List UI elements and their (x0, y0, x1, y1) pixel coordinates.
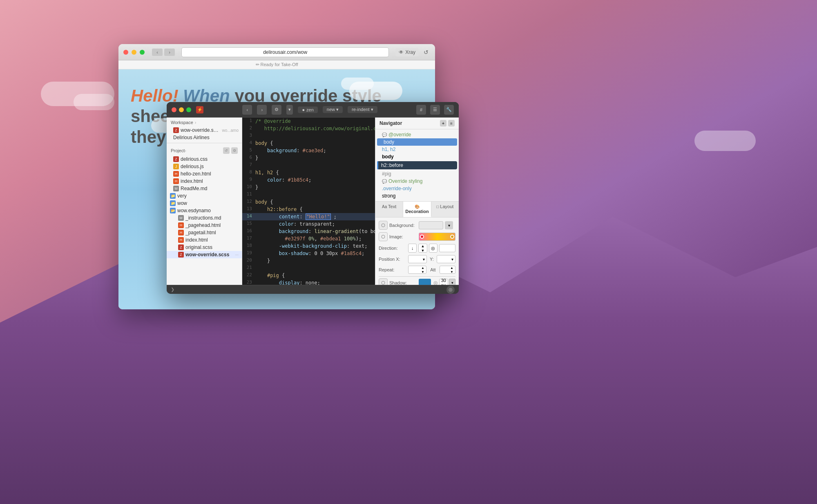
nav-item-body-2[interactable]: body (375, 153, 459, 160)
sidebar-item-pagehead[interactable]: H _pagehead.html (167, 222, 242, 229)
code-line-17: 17 #e3297f 0%, #ebdea1 100%); (242, 235, 375, 242)
tab-decoration[interactable]: 🎨 Decoration (403, 202, 431, 217)
nav-item-strong[interactable]: strong (375, 192, 459, 200)
workspace-arrow: › (195, 120, 196, 125)
editor-new-tab[interactable]: new ▾ (323, 106, 343, 113)
browser-address-bar[interactable]: delirousair.com/wow (181, 47, 389, 57)
editor-menu-btn[interactable]: ☰ (430, 105, 440, 115)
tab-layout-label: Layout (440, 204, 453, 209)
browser-cloud-2 (341, 78, 374, 90)
shadow-size-unit-btn[interactable]: ▾ (449, 279, 455, 285)
direction-btn-angle[interactable]: ◎ (429, 244, 438, 253)
direction-btn-down[interactable]: ↓ (408, 244, 417, 253)
eye-icon: 👁 (399, 49, 404, 55)
repeat-select[interactable]: ▲▼ (408, 266, 426, 274)
editor-status-bar: ❯ ◎ (167, 285, 459, 294)
editor-settings-btn[interactable]: ⚙ (272, 105, 281, 115)
project-header: Project › ↺ ⚙ (167, 145, 242, 155)
editor-minimize-btn[interactable] (179, 107, 184, 112)
editor-tools-btn[interactable]: 🔧 (444, 105, 454, 115)
tab-layout[interactable]: □ Layout (431, 202, 459, 217)
att-select[interactable]: ▲▼ (440, 266, 455, 274)
editor-hash-btn[interactable]: # (416, 105, 426, 115)
sidebar-item-hello-zen[interactable]: H hello-zen.html (167, 170, 242, 178)
repeat-label: Repeat: (379, 267, 406, 272)
prop-checkbox-shadow[interactable] (379, 278, 388, 285)
editor-reindent-tab[interactable]: re-indent ▾ (348, 106, 377, 113)
project-sync-btn[interactable]: ↺ (223, 147, 230, 154)
html-icon-2: H (173, 178, 179, 184)
att-stepper[interactable]: ▲▼ (450, 266, 453, 274)
editor-zen-tab[interactable]: ● zen (298, 107, 317, 113)
editor-close-btn[interactable] (172, 107, 176, 112)
editor-nav-forward[interactable]: › (257, 105, 267, 115)
browser-xray-btn[interactable]: 👁 Xray (395, 48, 419, 56)
nav-item-body-1[interactable]: body (377, 138, 457, 146)
navigator-add-btn[interactable]: + (440, 120, 446, 127)
code-editor[interactable]: 1 /* @override 2 http://deliriousair.com… (242, 118, 375, 285)
sidebar-item-index2[interactable]: H index.html (167, 236, 242, 244)
sidebar-item-airlines[interactable]: Delirious Airlines (167, 134, 242, 141)
browser-refresh-btn[interactable]: ↺ (422, 48, 430, 56)
sidebar-item-wow-override[interactable]: Z wow-override.scss wo...amo (167, 127, 242, 134)
sidebar-item-delirious-js[interactable]: J delirious.js (167, 163, 242, 170)
code-line-23: 23 display: none; (242, 279, 375, 285)
browser-back-btn[interactable]: ‹ (152, 49, 163, 56)
sidebar-folder-wow-esdynamo[interactable]: 📂 wow.esdynamo (167, 207, 242, 214)
sidebar-item-original-scss[interactable]: Z original.scss (167, 244, 242, 251)
editor-nav-back[interactable]: ‹ (242, 105, 252, 115)
sidebar-item-readme[interactable]: M ReadMe.md (167, 185, 242, 192)
status-circle-btn[interactable]: ◎ (446, 286, 455, 294)
gradient-handle-left[interactable] (420, 235, 424, 239)
position-x-select[interactable]: ▾ (408, 255, 427, 263)
prop-checkbox-img[interactable] (379, 232, 388, 241)
browser-close-btn[interactable] (123, 50, 128, 55)
shadow-size-field[interactable]: 30 px (439, 279, 448, 285)
nav-item-override-comment[interactable]: 💬 @override (375, 131, 459, 138)
code-line-2: 2 http://deliriousair.com/wow/original.c… (242, 125, 375, 132)
sidebar-item-delirious-css[interactable]: Z delirious.css (167, 155, 242, 163)
navigator-toggle-btn[interactable]: ≡ (448, 120, 455, 127)
prop-checkbox-bg[interactable] (379, 221, 388, 230)
bg-color-expand-btn[interactable]: ▾ (445, 221, 453, 229)
sidebar-item-pagetail[interactable]: H _pagetail.html (167, 229, 242, 236)
browser-subtitle: ✏ Ready for Take-Off (256, 62, 298, 67)
shadow-color-swatch[interactable] (419, 279, 431, 285)
code-line-14: 14 content: "Hello!" ; (242, 213, 375, 220)
js-icon: J (173, 164, 179, 169)
editor-dropdown-btn[interactable]: ▾ (286, 105, 293, 115)
code-line-9: 9 color: #1b85c4; (242, 176, 375, 184)
bg-color-swatch[interactable] (419, 221, 443, 229)
nav-item-pig[interactable]: #pig (375, 170, 459, 178)
direction-stepper[interactable]: ▲▼ (418, 244, 427, 253)
repeat-stepper[interactable]: ▲▼ (421, 266, 424, 274)
html-icon-5: H (178, 237, 184, 243)
sidebar-item-index[interactable]: H index.html (167, 178, 242, 185)
code-line-19: 19 box-shadow: 0 0 30px #1a85c4; (242, 250, 375, 257)
browser-forward-btn[interactable]: › (164, 49, 175, 56)
new-label: new ▾ (327, 107, 339, 112)
editor-maximize-btn[interactable] (186, 107, 191, 112)
scss-icon-4: Z (178, 252, 184, 258)
position-y-select[interactable]: ▾ (437, 255, 455, 263)
sidebar-folder-very[interactable]: 📁 very (167, 192, 242, 200)
nav-item-h2before[interactable]: h2::before (377, 161, 457, 169)
sidebar-folder-wow[interactable]: 📁 wow (167, 200, 242, 207)
sidebar-item-wow-override-active[interactable]: Z wow-override.scss ··· (167, 251, 242, 258)
sidebar-item-instructions[interactable]: M _instructions.md (167, 214, 242, 222)
tab-text[interactable]: Aa Text (375, 202, 403, 217)
navigator-header: Navigator + ≡ (375, 118, 459, 129)
sidebar-pagehead: _pagehead.html (185, 222, 221, 228)
project-settings-btn[interactable]: ⚙ (231, 147, 238, 154)
gradient-preview[interactable] (419, 233, 455, 241)
direction-angle-input[interactable] (439, 244, 455, 252)
browser-maximize-btn[interactable] (140, 50, 145, 55)
comment-icon: 💬 (382, 133, 387, 137)
browser-minimize-btn[interactable] (132, 50, 136, 55)
gradient-handle-right[interactable] (450, 235, 454, 239)
nav-item-override-comment-2[interactable]: 💬 Override styling (375, 178, 459, 185)
nav-item-h1-h2[interactable]: h1, h2 (375, 146, 459, 153)
project-label: Project (171, 148, 185, 153)
sidebar-wow-override-name: wow-override.scss (181, 127, 220, 133)
nav-item-override-only[interactable]: .override-only (375, 185, 459, 192)
